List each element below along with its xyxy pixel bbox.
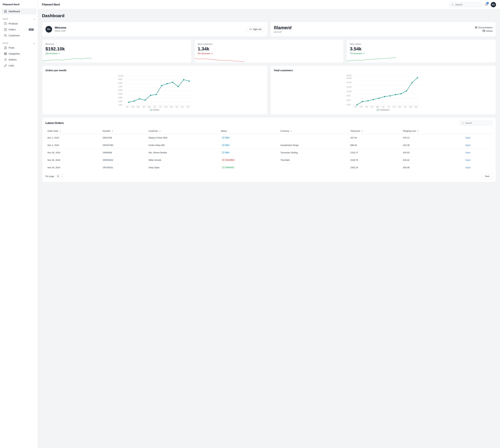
notification-badge: 0: [486, 2, 489, 4]
open-link[interactable]: Open: [466, 159, 471, 161]
revenue-label: Revenue: [46, 43, 188, 45]
cell-number: OR69268: [101, 149, 147, 156]
cell-currency: [278, 134, 348, 142]
orders-chart-legend: Orders: [46, 109, 264, 111]
sign-out-label: Sign out: [253, 28, 261, 31]
cell-currency: Kazakhstani Tenge: [278, 142, 348, 149]
svg-rect-20: [476, 28, 477, 28]
svg-text:16,000: 16,000: [346, 77, 351, 79]
documentation-link[interactable]: Documentation: [475, 26, 493, 29]
svg-text:9,000: 9,000: [118, 78, 122, 80]
nav-blog-label[interactable]: Blog ▲: [0, 41, 38, 45]
revenue-stat-card: Revenue $192.10k 32k increase ↗: [42, 39, 192, 63]
col-customer[interactable]: Customer ▼: [147, 128, 219, 134]
cell-action[interactable]: Open: [464, 149, 493, 156]
cell-customer: Kristin Haley MD: [147, 142, 219, 149]
svg-text:4,000: 4,000: [346, 104, 350, 106]
sign-out-icon: [250, 28, 252, 31]
nav-blog-section: Blog ▲ Posts Categories Authors: [0, 40, 38, 70]
new-orders-sparkline: [347, 56, 396, 63]
svg-rect-19: [475, 28, 476, 28]
svg-text:Jan: Jan: [354, 106, 357, 107]
table-search-input[interactable]: [465, 122, 490, 124]
svg-rect-1: [6, 10, 7, 11]
per-page-select[interactable]: 5102550: [56, 174, 64, 178]
cell-action[interactable]: Open: [464, 134, 493, 142]
sidebar-item-customers[interactable]: Customers: [1, 32, 36, 38]
col-number[interactable]: Number ▼: [101, 128, 147, 134]
orders-table: Order Date ▼ Number ▼ Customer ▼ Status …: [46, 128, 493, 171]
next-button[interactable]: Next: [482, 174, 493, 179]
github-label: GitHub: [486, 30, 493, 32]
sidebar-item-posts[interactable]: Posts: [1, 45, 36, 51]
sidebar-logo: Filament Nord: [0, 0, 38, 7]
svg-point-43: [150, 95, 151, 96]
svg-point-46: [167, 83, 168, 84]
svg-text:Jul: Jul: [159, 106, 161, 107]
orders-table-body: Dec 1, 2024 OR14769 Marjory Fisher DDS N…: [46, 134, 493, 171]
svg-point-44: [156, 94, 157, 95]
header-search[interactable]: [449, 2, 482, 7]
svg-point-49: [183, 79, 184, 80]
nav-shop-label[interactable]: Shop ▲: [0, 17, 38, 21]
col-shipping[interactable]: Shipping cost ▼: [401, 128, 464, 134]
cell-total: 998.44: [348, 142, 401, 149]
user-welcome-avatar: DU: [46, 26, 52, 32]
sidebar-item-orders[interactable]: Orders 197: [1, 27, 36, 32]
svg-text:Jun: Jun: [153, 106, 156, 107]
svg-rect-13: [4, 54, 7, 55]
sidebar-item-dashboard[interactable]: Dashboard: [1, 8, 36, 14]
filament-card: filament v3.2.127 Documentation: [270, 22, 496, 37]
open-link[interactable]: Open: [466, 137, 471, 139]
cell-shipping: 242.38: [401, 142, 464, 149]
table-search[interactable]: [460, 121, 493, 126]
svg-line-104: [463, 123, 464, 124]
col-order-date[interactable]: Order Date ▼: [46, 128, 101, 134]
sidebar-item-categories[interactable]: Categories: [1, 51, 36, 57]
svg-text:18,000: 18,000: [346, 75, 351, 77]
orders-chart-svg: 2,000 3,000 4,000 5,000 6,000 7,000 8,00…: [46, 74, 264, 107]
sidebar-item-products[interactable]: Products: [1, 21, 36, 27]
new-orders-stat-card: New orders 3.54k 7% increase ↗: [346, 39, 496, 63]
header-search-input[interactable]: [455, 3, 480, 6]
svg-text:Oct: Oct: [176, 106, 178, 107]
cell-action[interactable]: Open: [464, 156, 493, 164]
cell-action[interactable]: Open: [464, 142, 493, 149]
svg-line-16: [453, 5, 454, 5]
cell-action[interactable]: Open: [464, 164, 493, 171]
sidebar-item-links[interactable]: Links: [1, 63, 36, 69]
col-total[interactable]: Total price ▼: [348, 128, 401, 134]
orders-legend-box: [150, 109, 152, 111]
github-icon: [483, 30, 485, 32]
new-customers-trend-icon: ↘: [211, 52, 213, 55]
open-link[interactable]: Open: [466, 144, 471, 146]
svg-point-40: [133, 100, 135, 102]
col-currency[interactable]: Currency ▼: [278, 128, 348, 134]
customers-legend-label: Customers: [380, 109, 389, 111]
user-avatar[interactable]: DU: [491, 2, 496, 7]
col-status[interactable]: Status: [219, 128, 278, 134]
svg-rect-2: [4, 12, 5, 13]
svg-point-42: [145, 99, 146, 101]
notification-button[interactable]: 0: [485, 3, 488, 6]
svg-text:10,000: 10,000: [118, 75, 123, 77]
svg-point-81: [367, 100, 368, 101]
customers-legend-box: [377, 109, 379, 111]
svg-text:10,000: 10,000: [346, 91, 351, 92]
open-link[interactable]: Open: [466, 151, 471, 154]
orders-badge: 197: [29, 28, 34, 31]
sidebar-item-authors[interactable]: Authors: [1, 57, 36, 63]
new-customers-value: 1.34k: [198, 46, 340, 51]
customers-icon: [4, 34, 7, 37]
latest-orders-card: Latest Orders Order Date ▼ Number ▼ Cust: [42, 117, 496, 182]
sign-out-button[interactable]: Sign out: [247, 26, 264, 32]
github-link[interactable]: GitHub: [483, 30, 493, 32]
open-link[interactable]: Open: [466, 166, 471, 169]
table-row: Nov 30, 2024 OR69268 Mrs. Renee Brekke N…: [46, 149, 493, 156]
header-right: 0 DU: [449, 2, 496, 7]
svg-point-88: [406, 90, 407, 92]
filament-links: Documentation GitHub: [475, 26, 493, 32]
svg-point-108: [223, 167, 224, 168]
nav-shop-section: Shop ▲ Products Orders 197 Cust: [0, 16, 38, 40]
new-customers-sparkline: [194, 56, 244, 63]
